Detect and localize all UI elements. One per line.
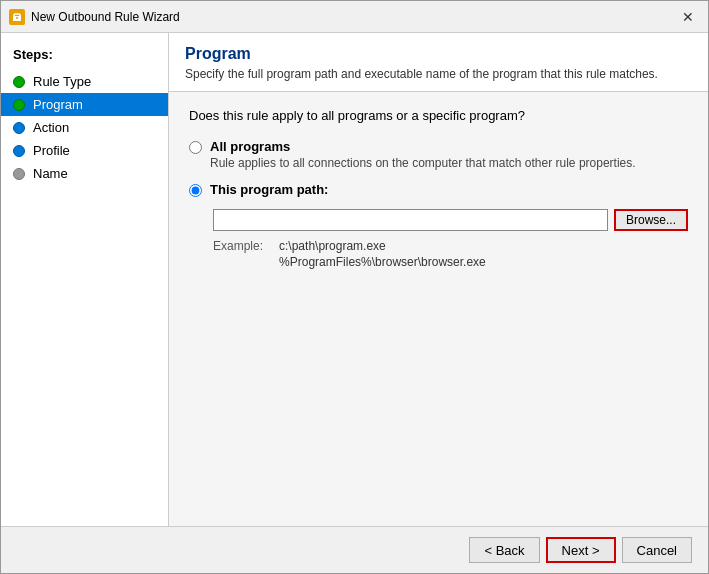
- sidebar-item-program[interactable]: Program: [1, 93, 168, 116]
- all-programs-description: Rule applies to all connections on the c…: [210, 156, 636, 170]
- question-text: Does this rule apply to all programs or …: [189, 108, 688, 123]
- page-body: Does this rule apply to all programs or …: [169, 92, 708, 526]
- all-programs-bold-label: All programs: [210, 139, 290, 154]
- back-button[interactable]: < Back: [469, 537, 539, 563]
- title-bar-left: New Outbound Rule Wizard: [9, 9, 180, 25]
- content-area: Steps: Rule Type Program Action Profile …: [1, 33, 708, 526]
- svg-point-3: [16, 17, 18, 19]
- next-button[interactable]: Next >: [546, 537, 616, 563]
- this-program-radio[interactable]: [189, 184, 202, 197]
- sidebar: Steps: Rule Type Program Action Profile …: [1, 33, 169, 526]
- all-programs-radio[interactable]: [189, 141, 202, 154]
- wizard-window: New Outbound Rule Wizard ✕ Steps: Rule T…: [0, 0, 709, 574]
- step-label-action: Action: [33, 120, 69, 135]
- step-dot-rule-type: [13, 76, 25, 88]
- example-row: Example: c:\path\program.exe %ProgramFil…: [213, 239, 688, 269]
- program-path-section: Browse... Example: c:\path\program.exe %…: [189, 209, 688, 269]
- example-value-2: %ProgramFiles%\browser\browser.exe: [279, 255, 486, 269]
- program-path-input[interactable]: [213, 209, 608, 231]
- this-program-option: This program path:: [189, 182, 688, 197]
- step-dot-program: [13, 99, 25, 111]
- all-programs-option: All programs Rule applies to all connect…: [189, 139, 688, 170]
- page-title: Program: [185, 45, 692, 63]
- close-button[interactable]: ✕: [676, 7, 700, 27]
- sidebar-item-profile[interactable]: Profile: [1, 139, 168, 162]
- example-value-1: c:\path\program.exe: [279, 239, 486, 253]
- step-dot-action: [13, 122, 25, 134]
- page-header: Program Specify the full program path an…: [169, 33, 708, 92]
- window-icon: [9, 9, 25, 25]
- sidebar-item-name[interactable]: Name: [1, 162, 168, 185]
- bottom-bar: < Back Next > Cancel: [1, 526, 708, 573]
- this-program-label[interactable]: This program path:: [210, 182, 328, 197]
- window-title: New Outbound Rule Wizard: [31, 10, 180, 24]
- sidebar-item-action[interactable]: Action: [1, 116, 168, 139]
- step-label-name: Name: [33, 166, 68, 181]
- title-bar: New Outbound Rule Wizard ✕: [1, 1, 708, 33]
- step-label-profile: Profile: [33, 143, 70, 158]
- example-label: Example:: [213, 239, 263, 269]
- all-programs-label[interactable]: All programs: [210, 139, 290, 154]
- example-section: Example: c:\path\program.exe %ProgramFil…: [213, 239, 688, 269]
- step-dot-name: [13, 168, 25, 180]
- example-values: c:\path\program.exe %ProgramFiles%\brows…: [279, 239, 486, 269]
- main-content: Program Specify the full program path an…: [169, 33, 708, 526]
- step-label-program: Program: [33, 97, 83, 112]
- sidebar-item-rule-type[interactable]: Rule Type: [1, 70, 168, 93]
- cancel-button[interactable]: Cancel: [622, 537, 692, 563]
- this-program-bold-label: This program path:: [210, 182, 328, 197]
- step-dot-profile: [13, 145, 25, 157]
- step-label-rule-type: Rule Type: [33, 74, 91, 89]
- program-path-input-row: Browse...: [213, 209, 688, 231]
- steps-label: Steps:: [1, 43, 168, 70]
- browse-button[interactable]: Browse...: [614, 209, 688, 231]
- page-subtitle: Specify the full program path and execut…: [185, 67, 692, 81]
- all-programs-label-container: All programs Rule applies to all connect…: [210, 139, 636, 170]
